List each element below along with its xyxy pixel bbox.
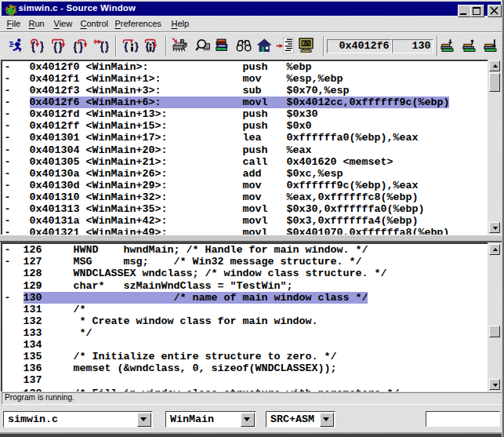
svg-text:R: R (180, 38, 185, 46)
svg-text:C:\: C:\ (302, 41, 310, 46)
